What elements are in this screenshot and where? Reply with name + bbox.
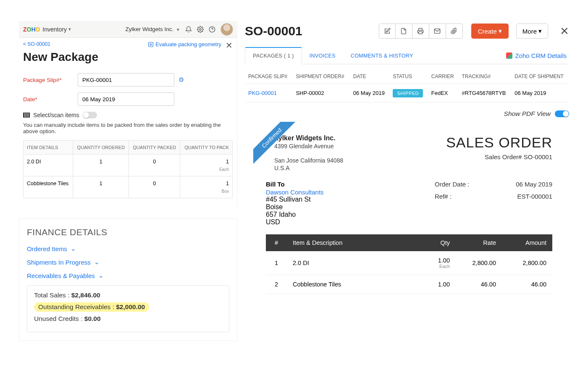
- breadcrumb[interactable]: < SO-00001: [23, 41, 50, 47]
- org-switcher[interactable]: Zylker Widgets Inc. ▾: [125, 26, 179, 32]
- sales-order-heading: SALES ORDER: [446, 134, 552, 151]
- line-items-table: # Item & Description Qty Rate Amount 1 2…: [266, 234, 552, 294]
- order-date-row: Order Date :06 May 2019: [435, 181, 552, 188]
- close-icon[interactable]: ✕: [560, 25, 569, 38]
- avatar[interactable]: [220, 23, 233, 36]
- gear-icon[interactable]: ⚙: [178, 76, 184, 84]
- package-slip-label: Package Slip#*: [23, 77, 78, 83]
- package-slip-input[interactable]: [78, 73, 174, 87]
- confirmed-ribbon: Confirmed: [253, 122, 299, 168]
- customer-link[interactable]: Dawson Consultants: [266, 189, 392, 196]
- zoho-crm-link[interactable]: Zoho CRM Details: [506, 52, 569, 59]
- receivables-payables-link[interactable]: Receivables & Payables⌄: [27, 272, 229, 279]
- left-panel: ZOHO Inventory ▾ Zylker Widgets Inc. ▾ <…: [19, 21, 237, 365]
- mail-icon[interactable]: [429, 24, 446, 39]
- sales-order-document: Confirmed Zylker Widgets Inc. 4399 Glend…: [245, 122, 569, 302]
- table-row[interactable]: 2.0 DI 1 0 1Each: [24, 155, 233, 176]
- attach-icon[interactable]: [446, 24, 463, 39]
- help-icon[interactable]: [206, 24, 218, 35]
- date-label: Date*: [23, 96, 78, 102]
- topbar: ZOHO Inventory ▾ Zylker Widgets Inc. ▾: [19, 21, 237, 38]
- scan-hint: You can manually include items to be pac…: [23, 122, 233, 134]
- col-qty-to-pack: QUANTITY TO PACK: [180, 141, 233, 155]
- crm-icon: [506, 52, 512, 59]
- ordered-items-link[interactable]: Ordered Items⌄: [27, 245, 229, 252]
- action-bar: [379, 24, 463, 39]
- bell-icon[interactable]: [183, 24, 194, 35]
- show-pdf-toggle[interactable]: [555, 110, 569, 117]
- unused-credits-line: Unused Credits : $0.00: [34, 315, 222, 323]
- col-item-details: ITEM DETAILS: [24, 141, 73, 155]
- caret-down-icon: ▾: [499, 27, 502, 35]
- finance-details: FINANCE DETAILS Ordered Items⌄ Shipments…: [19, 218, 237, 341]
- chevron-down-icon: ⌄: [94, 258, 100, 266]
- status-badge: SHIPPED: [393, 89, 423, 97]
- outstanding-receivables-highlight: Outstanding Receivables : $2,000.00: [34, 302, 149, 312]
- chevron-down-icon[interactable]: ▾: [68, 26, 71, 32]
- col-qty-packed: QUANTITY PACKED: [129, 141, 180, 155]
- create-button[interactable]: Create ▾: [471, 24, 509, 39]
- package-slip-link[interactable]: PKG-00001: [245, 84, 292, 102]
- scan-items-toggle[interactable]: [83, 112, 97, 118]
- tab-packages[interactable]: PACKAGES ( 1 ): [245, 47, 302, 64]
- tab-comments[interactable]: COMMENTS & HISTORY: [343, 47, 421, 64]
- shipments-progress-link[interactable]: Shipments In Progress⌄: [27, 258, 229, 266]
- scan-items-label: Select/scan items: [33, 112, 79, 118]
- show-pdf-label: Show PDF View: [504, 110, 551, 118]
- pdf-icon[interactable]: [396, 24, 412, 39]
- svg-point-0: [200, 29, 201, 30]
- ref-row: Ref# :EST-000001: [435, 193, 552, 200]
- bill-to-heading: Bill To: [266, 181, 392, 188]
- items-table: ITEM DETAILS QUANTITY ORDERED QUANTITY P…: [23, 140, 233, 198]
- tabs: PACKAGES ( 1 ) INVOICES COMMENTS & HISTO…: [245, 47, 569, 64]
- evaluate-geometry-link[interactable]: Evaluate packing geometry: [148, 41, 221, 47]
- date-input[interactable]: [78, 92, 174, 106]
- sales-order-number: Sales Order# SO-00001: [446, 153, 552, 160]
- caret-down-icon: ▾: [538, 27, 542, 35]
- package-table: PACKAGE SLIP# SHIPMENT ORDER# DATE STATU…: [245, 69, 569, 102]
- sales-order-panel: SO-00001 Create ▾ More ▾ ✕ PACKAGES ( 1 …: [242, 21, 569, 365]
- new-package-panel: < SO-00001 Evaluate packing geometry ✕ N…: [19, 38, 237, 207]
- table-row: 2 Cobblestone Tiles 1.00 46.00 46.00: [266, 275, 552, 294]
- so-title: SO-00001: [245, 24, 302, 38]
- brand-logo[interactable]: ZOHO Inventory: [23, 26, 67, 33]
- chevron-down-icon: ⌄: [98, 272, 104, 279]
- table-row[interactable]: PKG-00001 SHP-00002 06 May 2019 SHIPPED …: [245, 84, 569, 102]
- chevron-down-icon: ⌄: [71, 245, 76, 252]
- page-title: New Package: [23, 50, 233, 64]
- total-sales-line: Total Sales : $2,846.00: [34, 291, 222, 299]
- table-row: 1 2.0 DI 1.00Each 2,800.00 2,800.00: [266, 251, 552, 275]
- more-button[interactable]: More ▾: [516, 24, 548, 39]
- finance-title: FINANCE DETAILS: [27, 227, 229, 237]
- close-icon[interactable]: ✕: [226, 41, 233, 50]
- table-row[interactable]: Cobblestone Tiles 1 0 1Box: [24, 176, 233, 198]
- barcode-icon: [23, 113, 30, 118]
- edit-icon[interactable]: [379, 24, 396, 39]
- col-qty-ordered: QUANTITY ORDERED: [73, 141, 129, 155]
- tab-invoices[interactable]: INVOICES: [302, 47, 343, 64]
- gear-icon[interactable]: [194, 24, 206, 35]
- print-icon[interactable]: [412, 24, 429, 39]
